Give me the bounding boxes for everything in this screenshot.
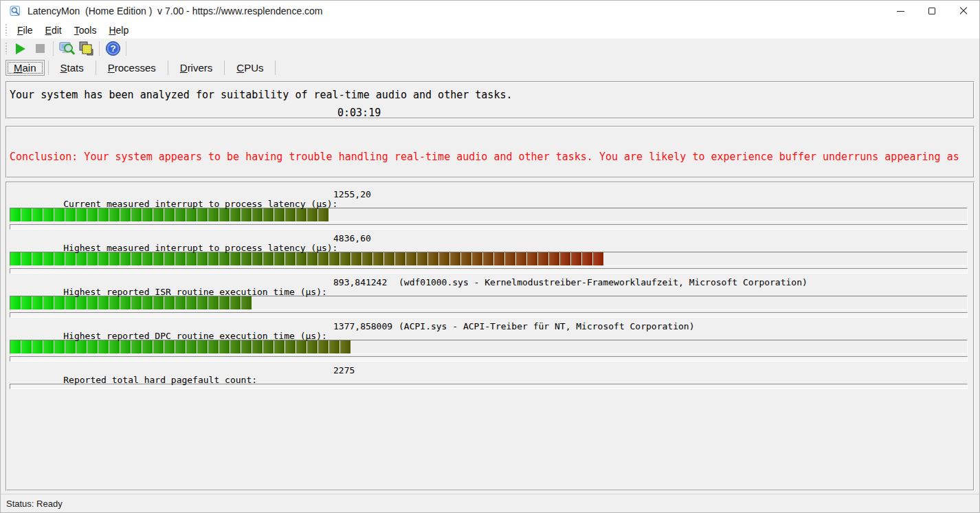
close-button[interactable] bbox=[948, 1, 979, 21]
bar-segment bbox=[131, 296, 142, 309]
bar-segment bbox=[208, 296, 219, 309]
bar-segment bbox=[241, 296, 252, 309]
analyze-button[interactable] bbox=[57, 40, 76, 58]
bar-segment bbox=[329, 340, 339, 353]
bar-segment bbox=[285, 208, 296, 221]
bar-segment bbox=[560, 252, 570, 265]
tab-processes[interactable]: Processes bbox=[100, 60, 164, 76]
bar-segment bbox=[307, 340, 318, 353]
bar-segment bbox=[175, 208, 186, 221]
measurement-row: Highest reported DPC routine execution t… bbox=[10, 322, 970, 362]
bar-segment bbox=[153, 252, 164, 265]
bar-segment bbox=[263, 208, 274, 221]
bar-segment bbox=[329, 252, 339, 265]
menu-item-file[interactable]: File bbox=[11, 23, 39, 38]
measurements-panel: Current measured interrupt to process la… bbox=[5, 182, 975, 491]
bar-segment bbox=[296, 208, 307, 221]
bar-segment bbox=[252, 340, 263, 353]
latency-bar bbox=[10, 296, 968, 310]
bar-segment bbox=[142, 208, 153, 221]
maximize-button[interactable] bbox=[916, 1, 948, 21]
bar-segment bbox=[76, 208, 87, 221]
copy-pages-icon bbox=[78, 41, 94, 57]
app-icon bbox=[10, 6, 21, 17]
bar-segment bbox=[252, 252, 263, 265]
bar-segment bbox=[164, 252, 175, 265]
bar-segment bbox=[65, 252, 76, 265]
bar-segment bbox=[120, 252, 131, 265]
bar-segment bbox=[241, 252, 252, 265]
bar-segment bbox=[120, 340, 131, 353]
latency-bar-track bbox=[10, 224, 968, 230]
menu-bar: File Edit Tools Help bbox=[1, 21, 979, 39]
tab-bar: Main Stats Processes Drivers CPUs bbox=[1, 58, 979, 77]
bar-segment bbox=[186, 296, 197, 309]
bar-segment bbox=[76, 340, 87, 353]
latency-bar-track bbox=[10, 312, 968, 318]
time-running-value: 0:03:19 bbox=[337, 104, 381, 122]
bar-segment bbox=[142, 296, 153, 309]
tab-drivers[interactable]: Drivers bbox=[172, 60, 221, 76]
status-bar: Status: Ready bbox=[1, 494, 979, 512]
bar-segment bbox=[241, 340, 252, 353]
latency-bar bbox=[10, 252, 968, 266]
bar-segment bbox=[571, 252, 581, 265]
bar-segment bbox=[109, 340, 120, 353]
conclusion-line: Conclusion: Your system appears to be ha… bbox=[10, 152, 970, 163]
minimize-button[interactable] bbox=[884, 1, 916, 21]
bar-segment bbox=[296, 340, 307, 353]
measurement-row: Highest measured interrupt to process la… bbox=[10, 234, 970, 274]
bar-segment bbox=[131, 340, 142, 353]
minimize-icon bbox=[897, 11, 904, 12]
bar-segment bbox=[516, 252, 526, 265]
measurement-label: Highest reported DPC routine execution t… bbox=[63, 331, 327, 341]
bar-segment bbox=[219, 340, 230, 353]
bar-segment bbox=[164, 296, 175, 309]
svg-text:?: ? bbox=[110, 43, 115, 54]
measurement-row: Current measured interrupt to process la… bbox=[10, 190, 970, 230]
bar-segment bbox=[120, 208, 131, 221]
copy-report-button[interactable] bbox=[76, 40, 96, 58]
bar-segment bbox=[142, 252, 153, 265]
bar-segment bbox=[186, 340, 197, 353]
measurement-row: Highest reported ISR routine execution t… bbox=[10, 278, 970, 318]
bar-segment bbox=[593, 252, 603, 265]
bar-segment bbox=[395, 252, 405, 265]
latency-bar bbox=[10, 340, 968, 354]
bar-segment bbox=[549, 252, 559, 265]
bar-segment bbox=[153, 296, 164, 309]
menu-item-edit[interactable]: Edit bbox=[39, 23, 68, 38]
bar-segment bbox=[252, 208, 263, 221]
measurement-value: 893,841242 bbox=[333, 278, 387, 287]
latency-bar-track bbox=[10, 356, 968, 362]
measurement-value: 2275 bbox=[333, 366, 355, 375]
bar-segment bbox=[87, 252, 98, 265]
bar-segment bbox=[362, 252, 372, 265]
stop-monitor-button[interactable] bbox=[30, 40, 49, 58]
bar-segment bbox=[450, 252, 460, 265]
bar-segment bbox=[340, 252, 350, 265]
bar-segment bbox=[439, 252, 449, 265]
start-monitor-button[interactable] bbox=[11, 40, 30, 58]
toolbar-gripper bbox=[5, 43, 7, 54]
bar-segment bbox=[197, 252, 208, 265]
bar-segment bbox=[373, 252, 383, 265]
bar-segment bbox=[384, 252, 394, 265]
maximize-icon bbox=[928, 8, 935, 14]
tab-separator bbox=[224, 61, 225, 75]
measurement-value: 4836,60 bbox=[333, 234, 371, 243]
measurement-label: Reported total hard pagefault count: bbox=[63, 375, 257, 385]
bar-segment bbox=[219, 296, 230, 309]
tab-cpus[interactable]: CPUs bbox=[228, 60, 271, 76]
menu-item-help[interactable]: Help bbox=[102, 23, 135, 38]
bar-segment bbox=[241, 208, 252, 221]
bar-segment bbox=[582, 252, 592, 265]
bar-segment bbox=[274, 208, 285, 221]
tab-main[interactable]: Main bbox=[5, 60, 45, 76]
bar-segment bbox=[98, 340, 109, 353]
menu-item-tools[interactable]: Tools bbox=[68, 23, 103, 38]
help-button[interactable]: ? bbox=[103, 40, 122, 58]
bar-segment bbox=[527, 252, 537, 265]
menu-gripper bbox=[5, 24, 7, 36]
tab-stats[interactable]: Stats bbox=[52, 60, 92, 76]
